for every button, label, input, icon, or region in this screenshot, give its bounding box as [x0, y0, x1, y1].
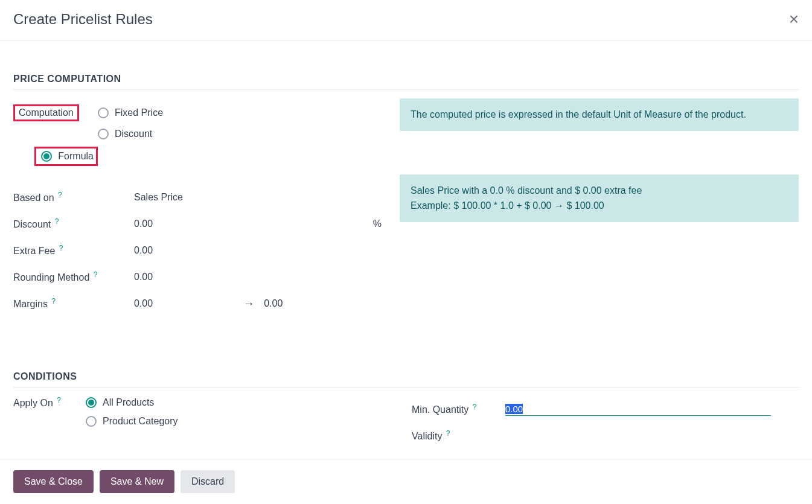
computation-label-highlight: Computation: [13, 104, 79, 121]
radio-product-category[interactable]: Product Category: [86, 416, 178, 427]
field-rounding: Rounding Method ? 0.00: [13, 264, 388, 290]
modal-header: Create Pricelist Rules ×: [0, 0, 812, 40]
save-close-button[interactable]: Save & Close: [13, 470, 94, 493]
arrow-right-icon: →: [243, 298, 254, 310]
extra-fee-label: Extra Fee: [13, 246, 55, 257]
help-icon[interactable]: ?: [51, 297, 56, 305]
help-icon[interactable]: ?: [59, 244, 63, 252]
rounding-label: Rounding Method: [13, 273, 89, 283]
help-icon[interactable]: ?: [57, 396, 61, 404]
radio-all-products-label: All Products: [103, 397, 154, 408]
radio-all-products[interactable]: All Products: [86, 397, 154, 408]
info-example-line2: Example: $ 100.00 * 1.0 + $ 0.00 → $ 100…: [411, 198, 788, 214]
discard-button[interactable]: Discard: [181, 470, 235, 493]
formula-highlight: Formula: [34, 147, 98, 166]
discount-value[interactable]: 0.00: [134, 219, 153, 229]
save-new-button[interactable]: Save & New: [100, 470, 174, 493]
info-box-example: Sales Price with a 0.0 % discount and $ …: [400, 174, 799, 222]
margins-from[interactable]: 0.00: [134, 298, 153, 309]
radio-discount-label: Discount: [115, 129, 152, 139]
section-conditions-title: Conditions: [13, 371, 799, 388]
info-box-uom: The computed price is expressed in the d…: [400, 98, 799, 131]
info-example-line1: Sales Price with a 0.0 % discount and $ …: [411, 183, 788, 199]
margins-to[interactable]: 0.00: [264, 298, 283, 309]
min-quantity-input[interactable]: 0.00: [505, 403, 771, 416]
validity-label: Validity: [412, 432, 442, 442]
radio-discount[interactable]: Discount: [98, 129, 152, 139]
modal-body: Price Computation Computation Fixed Pric…: [0, 43, 812, 452]
help-icon[interactable]: ?: [446, 429, 450, 438]
help-icon[interactable]: ?: [58, 191, 62, 199]
radio-circle-icon: [98, 107, 109, 118]
help-icon[interactable]: ?: [55, 217, 59, 226]
field-discount: Discount ? 0.00 %: [13, 211, 388, 237]
discount-suffix: %: [373, 219, 382, 229]
radio-circle-checked-icon: [41, 151, 52, 162]
rounding-value[interactable]: 0.00: [134, 272, 153, 282]
radio-fixed-price-label: Fixed Price: [115, 107, 163, 118]
radio-formula-label: Formula: [58, 151, 94, 162]
field-extra-fee: Extra Fee ? 0.00: [13, 237, 388, 264]
modal-title: Create Pricelist Rules: [13, 11, 153, 28]
min-quantity-value: 0.00: [505, 404, 523, 414]
computation-label: Computation: [19, 107, 74, 118]
close-icon[interactable]: ×: [789, 11, 799, 28]
apply-on-label: Apply On: [13, 398, 53, 408]
modal-footer: Save & Close Save & New Discard: [0, 459, 812, 504]
field-validity: Validity ?: [412, 423, 799, 449]
extra-fee-value[interactable]: 0.00: [134, 245, 153, 256]
field-margins: Margins ? 0.00 → 0.00: [13, 290, 388, 317]
field-based-on: Based on ? Sales Price: [13, 184, 388, 211]
help-icon[interactable]: ?: [94, 270, 98, 279]
computation-radio-group: Computation Fixed Price Discount: [13, 104, 388, 166]
radio-product-category-label: Product Category: [103, 416, 178, 427]
discount-label: Discount: [13, 220, 51, 230]
field-min-quantity: Min. Quantity ? 0.00: [412, 396, 799, 423]
radio-fixed-price[interactable]: Fixed Price: [98, 107, 163, 118]
help-icon[interactable]: ?: [473, 403, 477, 411]
section-price-computation-title: Price Computation: [13, 74, 799, 90]
radio-formula[interactable]: Formula: [41, 151, 94, 162]
based-on-value[interactable]: Sales Price: [134, 192, 183, 203]
margins-label: Margins: [13, 299, 48, 310]
radio-circle-checked-icon: [86, 397, 97, 408]
based-on-label: Based on: [13, 193, 54, 203]
radio-circle-icon: [86, 416, 97, 427]
radio-circle-icon: [98, 129, 109, 139]
min-quantity-label: Min. Quantity: [412, 405, 468, 415]
